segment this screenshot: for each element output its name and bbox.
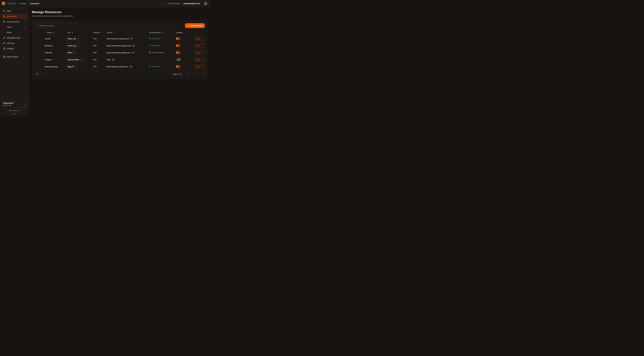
sidebar-item-access-control[interactable]: Access Control — [1, 19, 28, 24]
row-menu-button[interactable] — [37, 45, 39, 47]
search-input[interactable] — [40, 24, 77, 27]
key-icon — [3, 42, 5, 44]
arrow-up-right-icon — [77, 45, 79, 46]
column-access: Access — [106, 32, 147, 34]
resource-name: Postgres — [45, 59, 66, 61]
site-link[interactable]: Home Lab — [66, 37, 81, 41]
last-page-button[interactable] — [201, 72, 205, 76]
site-link[interactable]: Office — [66, 50, 77, 55]
sort-icon — [53, 32, 54, 34]
open-source-link[interactable]: Open Source — [1, 110, 28, 111]
copy-button[interactable] — [133, 45, 135, 47]
authentication-status: Protected — [152, 38, 160, 40]
ellipsis-icon — [37, 59, 39, 61]
chevron-right-icon — [17, 3, 18, 4]
sidebar: Sites Resources Access Control Users Rol… — [0, 7, 29, 116]
previous-page-button[interactable] — [191, 72, 195, 76]
avatar[interactable]: J — [204, 2, 208, 6]
enabled-toggle[interactable] — [176, 58, 180, 61]
enabled-toggle[interactable] — [176, 51, 180, 54]
next-page-button[interactable] — [196, 72, 200, 76]
resource-protocol: TCP — [93, 59, 106, 61]
edit-button[interactable]: Edit — [194, 58, 204, 62]
column-site[interactable]: Site — [66, 32, 93, 34]
page-size-select[interactable]: 20 — [35, 72, 42, 76]
edit-label: Edit — [196, 38, 200, 40]
user-email[interactable]: joe@example.com — [184, 2, 200, 4]
arrow-up-right-icon — [77, 38, 79, 40]
sidebar-item-resources[interactable]: Resources — [1, 14, 28, 19]
enabled-toggle[interactable] — [176, 65, 180, 68]
resource-name: Authentik — [45, 52, 66, 54]
edit-label: Edit — [196, 45, 200, 47]
chevrons-right-icon — [202, 73, 204, 75]
table-footer: 20 Page 1 of 1 — [35, 72, 205, 76]
column-label: Name — [47, 32, 52, 34]
site-link[interactable]: Second Office — [66, 58, 84, 62]
column-authentication[interactable]: Authentication — [147, 32, 175, 34]
edit-label: Edit — [196, 66, 200, 68]
copy-icon — [133, 45, 135, 47]
table-row: Postgres Second Office TCP 5432 - — [35, 56, 205, 63]
row-menu-button[interactable] — [37, 52, 39, 54]
authentication-status: - — [149, 59, 150, 61]
arrow-up-right-icon — [76, 66, 77, 68]
chevrons-up-down-icon — [24, 103, 26, 105]
authentication-badge: Protected — [147, 38, 160, 40]
documentation-link[interactable]: Documentation — [168, 2, 180, 4]
gear-icon — [3, 48, 5, 50]
page-subtitle: Create secure proxies to your private ap… — [32, 15, 208, 17]
column-name[interactable]: Name — [45, 32, 66, 34]
add-resource-label: Add Resource — [190, 25, 203, 27]
copy-button[interactable] — [132, 52, 134, 54]
copy-button[interactable] — [112, 59, 114, 61]
edit-button[interactable]: Edit — [194, 44, 204, 48]
copy-button[interactable] — [130, 66, 132, 68]
server-icon — [3, 56, 5, 58]
copy-icon — [132, 52, 134, 54]
copy-button[interactable] — [130, 38, 132, 40]
edit-button[interactable]: Edit — [194, 51, 204, 55]
enabled-toggle[interactable] — [176, 37, 180, 40]
arrow-right-icon — [201, 45, 202, 47]
organization-selector[interactable]: Organization Home Lab — [1, 101, 28, 108]
first-page-button[interactable] — [186, 72, 190, 76]
arrow-up-right-icon — [74, 52, 75, 54]
sidebar-item-api-keys[interactable]: API Keys — [1, 41, 28, 46]
edit-button[interactable]: Edit — [194, 37, 204, 41]
edit-button[interactable]: Edit — [194, 65, 204, 68]
resource-name: Battery Manager — [45, 66, 66, 68]
top-bar: home-lab settings resources Documentatio… — [0, 0, 210, 7]
resource-access-url: 5432 — [106, 59, 110, 61]
row-menu-button[interactable] — [37, 66, 39, 68]
sidebar-item-label: Sites — [7, 10, 11, 12]
row-menu-button[interactable] — [37, 38, 39, 40]
page-indicator: Page 1 of 1 — [173, 73, 182, 75]
site-link[interactable]: Edge 01 — [66, 64, 79, 69]
sidebar-item-users[interactable]: Users — [1, 24, 28, 30]
sort-icon — [72, 32, 73, 34]
sidebar-item-label: Resources — [7, 15, 16, 18]
sidebar-item-roles[interactable]: Roles — [1, 30, 28, 35]
enabled-toggle[interactable] — [176, 44, 180, 47]
breadcrumb-settings[interactable]: settings — [20, 2, 26, 4]
organization-label: Organization — [3, 102, 13, 104]
sidebar-item-sites[interactable]: Sites — [1, 8, 28, 14]
sidebar-item-shareable-links[interactable]: Shareable Links — [1, 35, 28, 40]
version-label: v1.3.0 — [1, 113, 28, 114]
row-menu-button[interactable] — [37, 59, 39, 61]
column-protocol: Protocol — [93, 32, 106, 34]
site-name: Second Office — [68, 59, 79, 61]
resource-access-url: https://bitwarden.example.com — [106, 45, 131, 47]
sidebar-item-settings[interactable]: Settings — [1, 46, 28, 51]
edit-label: Edit — [196, 52, 200, 54]
table-row: Bitwarden Home Lab TCP https://bitwarden… — [35, 42, 205, 49]
site-link[interactable]: Home Lab — [66, 44, 81, 48]
open-source-label: Open Source — [9, 110, 18, 111]
breadcrumb-home-lab[interactable]: home-lab — [8, 2, 16, 4]
copy-icon — [130, 66, 132, 68]
resource-protocol: TCP — [93, 66, 106, 68]
arrow-right-icon — [201, 59, 202, 61]
sidebar-item-server-admin[interactable]: Server Admin — [1, 54, 28, 59]
add-resource-button[interactable]: Add Resource — [185, 23, 205, 28]
